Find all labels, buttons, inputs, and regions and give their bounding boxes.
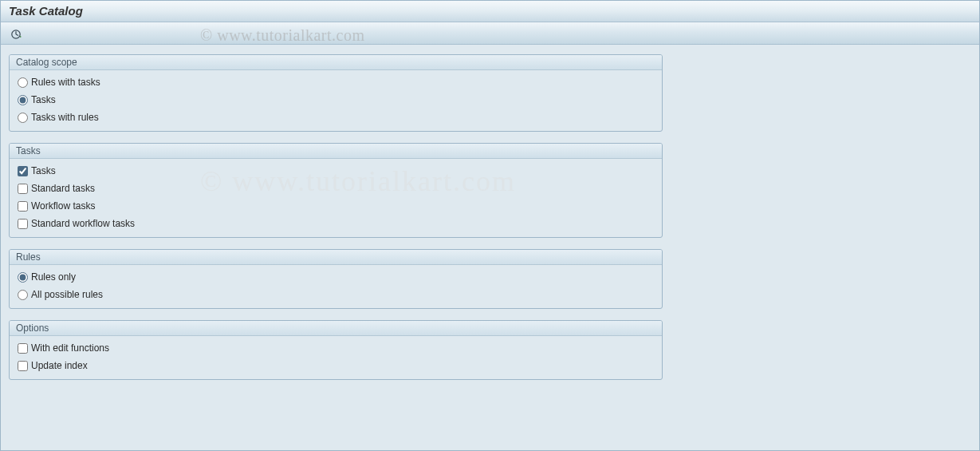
checkbox-workflow-tasks[interactable] <box>18 201 28 212</box>
radio-row-rules-with-tasks: Rules with tasks <box>18 73 654 91</box>
group-tasks: Tasks Tasks Standard tasks Workflow task… <box>9 143 663 238</box>
label-tasks: Tasks <box>31 162 56 180</box>
group-header-rules: Rules <box>10 250 662 265</box>
radio-row-all-possible-rules: All possible rules <box>18 286 654 303</box>
label-rules-only: Rules only <box>31 268 76 286</box>
checkbox-with-edit-functions[interactable] <box>18 343 28 354</box>
group-header-tasks: Tasks <box>10 144 662 159</box>
check-row-standard-workflow-tasks: Standard workflow tasks <box>18 215 654 232</box>
svg-marker-3 <box>20 36 22 38</box>
radio-tasks[interactable] <box>18 95 28 105</box>
radio-row-tasks-with-rules: Tasks with rules <box>18 109 654 126</box>
execute-icon <box>10 29 22 40</box>
label-tasks-scope: Tasks <box>31 91 56 109</box>
radio-tasks-with-rules[interactable] <box>18 113 28 123</box>
label-all-possible-rules: All possible rules <box>31 286 103 303</box>
checkbox-tasks[interactable] <box>18 166 28 176</box>
label-rules-with-tasks: Rules with tasks <box>31 73 100 91</box>
svg-line-2 <box>16 34 18 36</box>
group-options: Options With edit functions Update index <box>9 320 663 380</box>
page-title: Task Catalog <box>9 4 83 18</box>
application-toolbar: © www.tutorialkart.com <box>1 22 979 45</box>
radio-rules-with-tasks[interactable] <box>18 77 28 88</box>
label-standard-workflow-tasks: Standard workflow tasks <box>31 215 135 232</box>
label-standard-tasks: Standard tasks <box>31 180 95 197</box>
label-with-edit-functions: With edit functions <box>31 339 109 357</box>
group-header-catalog-scope: Catalog scope <box>10 55 662 70</box>
content-area: © www.tutorialkart.com Catalog scope Rul… <box>1 45 979 399</box>
execute-button[interactable] <box>7 26 25 42</box>
radio-all-possible-rules[interactable] <box>18 290 28 300</box>
check-row-tasks: Tasks <box>18 162 654 180</box>
watermark-text: © www.tutorialkart.com <box>200 26 365 45</box>
label-update-index: Update index <box>31 357 88 374</box>
title-bar: Task Catalog <box>1 1 979 22</box>
group-body-options: With edit functions Update index <box>10 336 662 379</box>
radio-row-tasks: Tasks <box>18 91 654 109</box>
check-row-update-index: Update index <box>18 357 654 374</box>
checkbox-standard-tasks[interactable] <box>18 184 28 194</box>
group-rules: Rules Rules only All possible rules <box>9 249 663 309</box>
group-body-tasks: Tasks Standard tasks Workflow tasks Stan… <box>10 159 662 237</box>
check-row-with-edit-functions: With edit functions <box>18 339 654 357</box>
checkbox-standard-workflow-tasks[interactable] <box>18 219 28 229</box>
radio-row-rules-only: Rules only <box>18 268 654 286</box>
group-body-catalog-scope: Rules with tasks Tasks Tasks with rules <box>10 70 662 131</box>
group-catalog-scope: Catalog scope Rules with tasks Tasks Tas… <box>9 54 663 132</box>
radio-rules-only[interactable] <box>18 272 28 283</box>
group-body-rules: Rules only All possible rules <box>10 265 662 308</box>
check-row-workflow-tasks: Workflow tasks <box>18 197 654 215</box>
check-row-standard-tasks: Standard tasks <box>18 180 654 197</box>
group-header-options: Options <box>10 321 662 336</box>
label-tasks-with-rules: Tasks with rules <box>31 109 99 126</box>
checkbox-update-index[interactable] <box>18 361 28 371</box>
label-workflow-tasks: Workflow tasks <box>31 197 95 215</box>
